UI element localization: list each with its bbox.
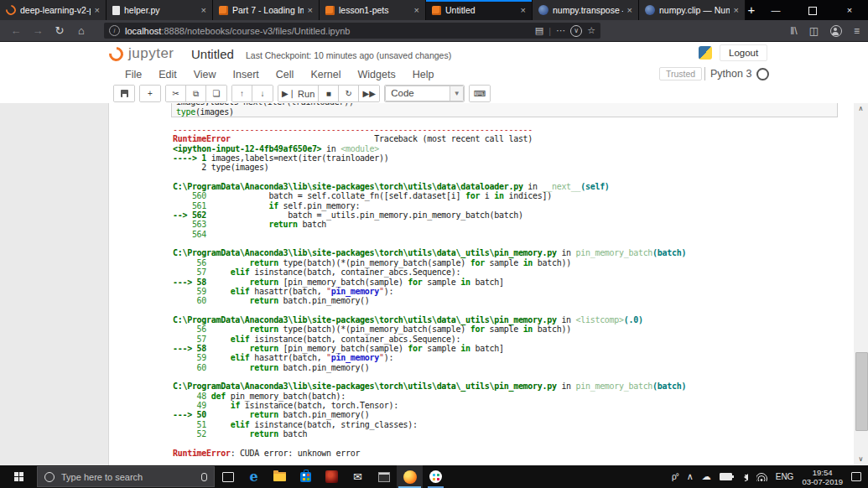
tab-numpy-clip-numpy-v1[interactable]: numpy.clip — NumPy v1× [639,0,746,20]
menu-item-widgets[interactable]: Widgets [350,69,404,80]
copy-button[interactable]: ⧉ [186,86,206,101]
tab-helper-py[interactable]: helper.py× [107,0,213,20]
traceback-line: C:\ProgramData\Anaconda3\lib\site-packag… [173,182,686,191]
tab-close-icon[interactable]: × [521,5,526,15]
taskbar-search[interactable]: Type here to search [37,466,215,487]
battery-icon[interactable] [720,473,732,480]
scroll-down-icon[interactable]: ∨ [854,454,868,465]
traceback-line: 57 elif isinstance(batch, container_abcs… [173,267,686,277]
traceback-line: ---> 50 return batch.pin_memory() [173,410,686,419]
tab-close-icon[interactable]: × [627,5,632,15]
traceback-line: 60 return batch.pin_memory() [173,363,686,372]
jupyter-logo[interactable]: jupyter [109,45,174,62]
pocket-icon[interactable]: ∨ [570,25,582,37]
taskbar-app-store[interactable] [293,465,319,488]
menu-item-cell[interactable]: Cell [268,69,303,80]
menu-item-edit[interactable]: Edit [150,69,185,80]
windows-logo-icon [14,472,23,481]
tab-numpy-transpose-num[interactable]: numpy.transpose — Num× [533,0,639,20]
new-tab-button[interactable]: + [746,0,757,20]
microphone-icon[interactable] [201,473,207,481]
menu-hamburger-icon[interactable]: ≡ [854,25,860,37]
library-icon[interactable]: ‖\ [790,25,797,37]
close-button[interactable]: × [831,0,868,20]
language-indicator[interactable]: ENG [776,472,794,481]
add-cell-button[interactable]: + [140,86,160,101]
scrollbar-thumb[interactable] [855,352,868,431]
notebook-scrollbar[interactable]: ∧ ∨ [854,103,868,465]
url-bar[interactable]: i localhost:8888/notebooks/course-v3/fil… [104,23,600,39]
scroll-up-icon[interactable]: ∧ [854,103,868,115]
tab-lesson1-pets[interactable]: lesson1-pets× [320,0,426,20]
menu-item-help[interactable]: Help [404,69,443,80]
site-info-icon[interactable]: i [109,25,120,36]
fast-forward-button[interactable]: ▶▶ [359,86,379,101]
home-button[interactable]: ⌂ [70,21,92,41]
tab-close-icon[interactable]: × [95,5,100,15]
notebook-title[interactable]: Untitled [191,47,234,61]
save-button[interactable] [114,86,134,101]
jupyter-logo-icon [107,44,127,64]
account-icon[interactable] [830,25,842,37]
restart-kernel-button[interactable]: ↻ [339,86,359,101]
move-down-button[interactable]: ↓ [252,86,273,101]
logout-button[interactable]: Logout [720,44,767,61]
search-placeholder: Type here to search [61,472,195,482]
tab-close-icon[interactable]: × [308,5,313,15]
bookmark-star-icon[interactable]: ☆ [587,25,595,36]
taskbar-app-edge[interactable]: e [241,465,267,488]
onedrive-cloud-icon[interactable]: ☁ [702,471,711,482]
taskbar-app-mail[interactable]: ✉ [345,465,371,488]
sidebar-icon[interactable]: ◫ [809,25,819,37]
action-center-icon[interactable] [851,472,861,481]
paste-button[interactable]: ❏ [206,86,226,101]
tab-title: Part 7 - Loading Image L [232,5,304,15]
start-button[interactable] [0,465,37,488]
edge-icon: e [249,470,257,484]
tab-close-icon[interactable]: × [414,5,419,15]
command-palette-button[interactable]: ⌨ [470,86,490,101]
divider [704,67,705,80]
reader-mode-icon[interactable]: ▤ [535,25,543,36]
menu-items: FileEditViewInsertCellKernelWidgetsHelp [117,65,442,84]
menu-item-kernel[interactable]: Kernel [302,69,349,80]
tab-close-icon[interactable]: × [201,5,206,15]
taskbar-app-firefox[interactable] [397,465,423,488]
taskbar-app-console[interactable] [371,465,397,488]
tab-untitled[interactable]: Untitled× [426,0,533,20]
taskbar-app-slack[interactable] [423,465,449,488]
restore-button[interactable] [794,0,831,20]
menu-item-view[interactable]: View [185,69,225,80]
hidden-icons-caret[interactable]: ∧ [687,471,694,482]
explorer-icon [273,472,286,481]
taskbar-app-task-view[interactable] [215,465,241,488]
cut-button[interactable]: ✂ [166,86,186,101]
wifi-icon[interactable] [756,473,767,481]
stop-button[interactable]: ■ [319,86,339,101]
volume-icon[interactable] [741,474,748,480]
tab-part-7-loading-image-l[interactable]: Part 7 - Loading Image L× [213,0,320,20]
code-cell-input[interactable]: images,labels=next(iter(trainloader))typ… [171,103,838,117]
menu-item-insert[interactable]: Insert [225,69,268,80]
move-down-icon: ↓ [261,89,265,98]
menu-item-file[interactable]: File [117,69,150,80]
reload-button[interactable]: ↻ [49,21,70,41]
traceback-line: 2 type(images) [173,163,686,172]
forward-button[interactable]: → [27,21,49,41]
back-button[interactable]: ← [5,21,27,41]
page-actions-icon[interactable]: ⋯ [556,25,565,36]
tab-close-icon[interactable]: × [734,5,739,15]
restart-kernel-icon: ↻ [346,89,352,98]
people-icon[interactable]: ρ° [672,472,678,481]
date: 03-07-2019 [802,477,843,486]
file-icon [112,6,120,15]
taskbar-clock[interactable]: 19:5403-07-2019 [802,468,843,486]
taskbar-app-explorer[interactable] [267,465,293,488]
cell-type-select[interactable]: Code▼ [385,86,464,101]
minimize-button[interactable]: — [757,0,794,20]
run-button[interactable]: ▶❘Run [278,86,319,101]
move-up-button[interactable]: ↑ [232,86,252,101]
tab-deep-learning-v2-pytor[interactable]: deep-learning-v2-pytor× [0,0,107,20]
jupyter-menubar: FileEditViewInsertCellKernelWidgetsHelp … [0,65,868,85]
taskbar-app-app-red[interactable] [319,465,345,488]
